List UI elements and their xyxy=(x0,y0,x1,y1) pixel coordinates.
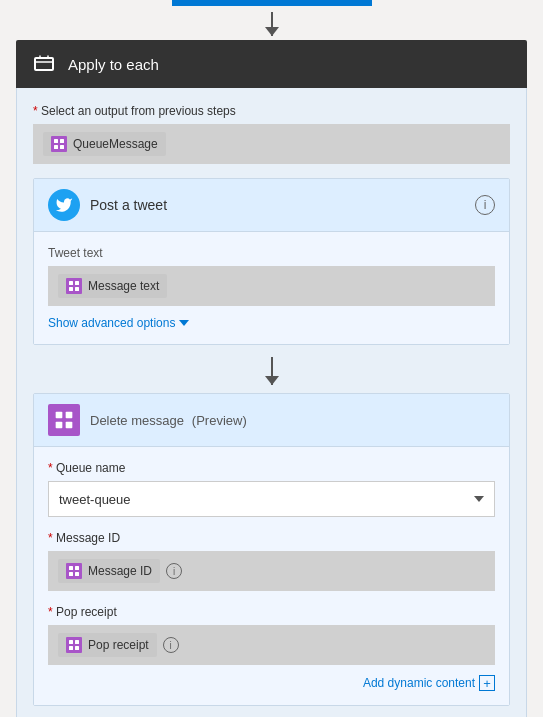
post-tweet-header[interactable]: Post a tweet i xyxy=(34,179,509,232)
svg-rect-14 xyxy=(75,566,79,570)
show-advanced-button[interactable]: Show advanced options xyxy=(48,316,189,330)
svg-rect-3 xyxy=(54,145,58,149)
message-id-storage-icon xyxy=(66,563,82,579)
message-text-token: Message text xyxy=(58,274,167,298)
pop-receipt-input[interactable]: Pop receipt i xyxy=(48,625,495,665)
delete-message-header[interactable]: Delete message (Preview) xyxy=(34,394,509,447)
message-id-info-icon[interactable]: i xyxy=(166,563,182,579)
queue-name-field: Queue name tweet-queue xyxy=(48,461,495,517)
queue-name-dropdown[interactable]: tweet-queue xyxy=(48,481,495,517)
svg-rect-17 xyxy=(69,640,73,644)
plus-icon: + xyxy=(479,675,495,691)
message-id-token-label: Message ID xyxy=(88,564,152,578)
message-id-token: Message ID xyxy=(58,559,160,583)
storage-icon xyxy=(51,136,67,152)
show-advanced-label: Show advanced options xyxy=(48,316,175,330)
svg-rect-5 xyxy=(69,281,73,285)
post-tweet-card: Post a tweet i Tweet text xyxy=(33,178,510,345)
tweet-text-input[interactable]: Message text xyxy=(48,266,495,306)
pop-receipt-token: Pop receipt xyxy=(58,633,157,657)
svg-rect-1 xyxy=(54,139,58,143)
svg-rect-8 xyxy=(75,287,79,291)
delete-message-body: Queue name tweet-queue Message ID xyxy=(34,447,509,705)
queue-message-token-input[interactable]: QueueMessage xyxy=(33,124,510,164)
select-output-label: Select an output from previous steps xyxy=(33,104,510,118)
svg-rect-19 xyxy=(69,646,73,650)
delete-storage-icon xyxy=(48,404,80,436)
svg-rect-13 xyxy=(69,566,73,570)
pop-receipt-token-label: Pop receipt xyxy=(88,638,149,652)
message-id-label: Message ID xyxy=(48,531,495,545)
pop-receipt-info-icon[interactable]: i xyxy=(163,637,179,653)
apply-to-each-label: Apply to each xyxy=(68,56,159,73)
down-arrow-icon xyxy=(271,357,273,385)
add-dynamic-label: Add dynamic content xyxy=(363,676,475,690)
svg-rect-2 xyxy=(60,139,64,143)
svg-rect-12 xyxy=(66,422,73,429)
apply-to-each-section: Apply to each Select an output from prev… xyxy=(16,40,527,717)
message-storage-icon xyxy=(66,278,82,294)
svg-rect-7 xyxy=(69,287,73,291)
info-label: i xyxy=(484,198,487,212)
svg-rect-11 xyxy=(56,422,63,429)
queue-name-label: Queue name xyxy=(48,461,495,475)
message-id-field: Message ID xyxy=(48,531,495,591)
queue-message-label: QueueMessage xyxy=(73,137,158,151)
apply-to-each-header[interactable]: Apply to each xyxy=(16,40,527,88)
queue-message-token: QueueMessage xyxy=(43,132,166,156)
twitter-icon xyxy=(48,189,80,221)
apply-to-each-body: Select an output from previous steps Que… xyxy=(16,88,527,717)
select-output-field: Select an output from previous steps Que… xyxy=(33,104,510,164)
svg-rect-18 xyxy=(75,640,79,644)
pop-receipt-storage-icon xyxy=(66,637,82,653)
arrow-connector xyxy=(33,349,510,393)
svg-rect-0 xyxy=(35,58,53,70)
delete-message-title: Delete message (Preview) xyxy=(90,412,247,428)
message-text-label: Message text xyxy=(88,279,159,293)
loop-icon xyxy=(30,50,58,78)
post-tweet-title: Post a tweet xyxy=(90,197,475,213)
tweet-text-label: Tweet text xyxy=(48,246,495,260)
chevron-down-icon xyxy=(179,320,189,326)
svg-rect-6 xyxy=(75,281,79,285)
svg-rect-9 xyxy=(56,412,63,419)
svg-rect-15 xyxy=(69,572,73,576)
svg-rect-20 xyxy=(75,646,79,650)
svg-rect-16 xyxy=(75,572,79,576)
pop-receipt-label: Pop receipt xyxy=(48,605,495,619)
add-dynamic-content-button[interactable]: Add dynamic content + xyxy=(48,675,495,691)
pop-receipt-field: Pop receipt xyxy=(48,605,495,665)
pop-receipt-token-group: Pop receipt i xyxy=(58,633,179,657)
post-tweet-info-icon[interactable]: i xyxy=(475,195,495,215)
delete-message-card: Delete message (Preview) Queue name twee… xyxy=(33,393,510,706)
message-id-token-group: Message ID i xyxy=(58,559,182,583)
message-id-input[interactable]: Message ID i xyxy=(48,551,495,591)
dropdown-chevron-icon xyxy=(474,496,484,502)
svg-rect-10 xyxy=(66,412,73,419)
post-tweet-body: Tweet text Message tex xyxy=(34,232,509,344)
svg-rect-4 xyxy=(60,145,64,149)
queue-name-value: tweet-queue xyxy=(59,492,131,507)
